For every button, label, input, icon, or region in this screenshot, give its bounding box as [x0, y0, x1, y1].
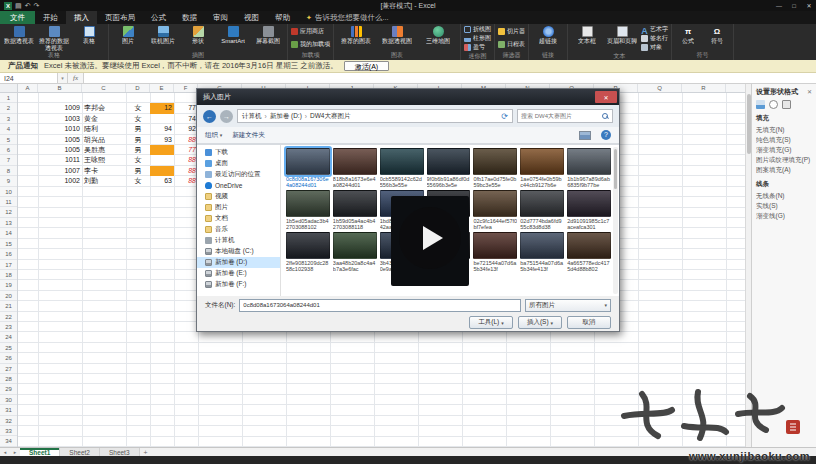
image-thumbnail[interactable]: 0c8d08a167306e4a08244d01	[286, 148, 330, 188]
row-header[interactable]: 33	[0, 426, 17, 436]
cell-id[interactable]: 1007	[38, 166, 82, 176]
column-header[interactable]: F	[174, 84, 198, 92]
cell-name[interactable]: 胡兴品	[82, 135, 126, 145]
cell-gender[interactable]: 男	[126, 145, 150, 155]
cell-gender[interactable]: 男	[126, 166, 150, 176]
row-header[interactable]: 34	[0, 436, 17, 446]
video-play-button[interactable]	[399, 207, 461, 269]
breadcrumb-item[interactable]: 新加卷 (D:)	[270, 112, 302, 121]
row-header[interactable]: 4	[0, 124, 17, 134]
row-header[interactable]: 23	[0, 322, 17, 332]
timeline-button[interactable]: 日程表	[497, 40, 526, 49]
cell-name[interactable]: 李卡	[82, 166, 126, 176]
view-mode-icon[interactable]	[579, 131, 591, 140]
tree-item[interactable]: 本地磁盘 (C:)	[197, 246, 280, 257]
column-header[interactable]: Q	[638, 84, 682, 92]
header-footer-button[interactable]: 页眉和页脚	[605, 25, 639, 52]
image-thumbnail[interactable]: ba751544a07d6a5b34fe413f	[520, 232, 564, 272]
activate-button[interactable]: 激活(A)	[344, 61, 389, 71]
tree-item[interactable]: 新加卷 (D:)	[197, 257, 280, 268]
row-header[interactable]: 9	[0, 176, 17, 186]
thumbnail-image[interactable]	[333, 190, 377, 217]
row-header[interactable]: 13	[0, 218, 17, 228]
cell-score1[interactable]: 12	[150, 103, 174, 113]
cell-name[interactable]: 黄金	[82, 114, 126, 124]
breadcrumb-item[interactable]: 计算机	[242, 112, 262, 121]
object-button[interactable]: 对象	[640, 43, 669, 52]
symbol-button[interactable]: Ω符号	[703, 25, 731, 51]
image-thumbnail[interactable]: 818b8a1673e6e4a08244d01	[333, 148, 377, 188]
cell[interactable]	[18, 176, 38, 186]
store-button[interactable]: 应用商店	[290, 27, 331, 36]
column-header[interactable]: E	[150, 84, 174, 92]
row-header[interactable]: 11	[0, 197, 17, 207]
cell-id[interactable]: 1003	[38, 114, 82, 124]
recommended-pivot-button[interactable]: 推荐的数据透视表	[37, 25, 71, 51]
row-header[interactable]: 7	[0, 155, 17, 165]
thumbnail-image[interactable]	[520, 190, 564, 217]
row-header[interactable]: 14	[0, 228, 17, 238]
cell-name[interactable]: 吴胜惠	[82, 145, 126, 155]
back-icon[interactable]: ←	[203, 110, 216, 123]
cell-id[interactable]: 1011	[38, 155, 82, 165]
image-thumbnail[interactable]: 1ae0754fe0b59bc44cb9127b6e	[520, 148, 564, 188]
name-box[interactable]: I24	[0, 73, 58, 83]
pane-close-icon[interactable]: ✕	[807, 88, 812, 95]
ribbon-tab[interactable]: 开始	[35, 11, 66, 24]
row-header[interactable]: 19	[0, 280, 17, 290]
thumbnail-image[interactable]	[333, 232, 377, 259]
row-header[interactable]: 20	[0, 291, 17, 301]
cell-score2[interactable]: 77	[174, 103, 198, 113]
cell-gender[interactable]: 女	[126, 114, 150, 124]
tab-file[interactable]: 文件	[0, 11, 35, 24]
cell-score1[interactable]	[150, 145, 174, 155]
row-header[interactable]: 28	[0, 374, 17, 384]
image-thumbnail[interactable]: 02d7774bda6fd955c83d8d38	[520, 190, 564, 230]
help-icon[interactable]: ?	[601, 130, 611, 140]
textbox-button[interactable]: 文本框	[570, 25, 604, 52]
row-header[interactable]: 17	[0, 260, 17, 270]
column-header[interactable]: C	[82, 84, 126, 92]
row-header[interactable]: 3	[0, 114, 17, 124]
row-header[interactable]: 6	[0, 145, 17, 155]
tree-item[interactable]: 最近访问的位置	[197, 169, 280, 180]
column-header[interactable]: S	[726, 84, 745, 92]
tree-item[interactable]: OneDrive	[197, 180, 280, 191]
image-thumbnail[interactable]: 1b1b967a89d6ab6835f9b77be	[567, 148, 611, 188]
fill-option[interactable]: 图片或纹理填充(P)	[756, 155, 812, 165]
tree-item[interactable]: 新加卷 (E:)	[197, 268, 280, 279]
forward-icon[interactable]: →	[220, 110, 233, 123]
effects-icon[interactable]	[769, 100, 778, 109]
cell-score1[interactable]	[150, 166, 174, 176]
line-sparkline-button[interactable]: 折线图	[463, 25, 492, 34]
fill-bucket-icon[interactable]	[756, 100, 765, 109]
column-header[interactable]: R	[682, 84, 726, 92]
row-header[interactable]: 31	[0, 405, 17, 415]
signature-line-button[interactable]: 签名行	[640, 34, 669, 43]
dialog-title-bar[interactable]: 插入图片 ✕	[197, 89, 619, 105]
row-header[interactable]: 21	[0, 301, 17, 311]
refresh-icon[interactable]: ⟳	[501, 112, 508, 121]
hyperlink-button[interactable]: 超链接	[531, 25, 565, 51]
image-thumbnail[interactable]: 1b59d05a4ac4b42703088118	[333, 190, 377, 230]
line-option[interactable]: 无线条(N)	[756, 191, 812, 201]
cell-gender[interactable]: 男	[126, 124, 150, 134]
winloss-sparkline-button[interactable]: 盈亏	[463, 43, 492, 52]
tree-item[interactable]: 文档	[197, 213, 280, 224]
file-type-select[interactable]: 所有图片 ▾	[525, 299, 611, 312]
thumbnail-image[interactable]	[333, 148, 377, 175]
cell-score2[interactable]: 74	[174, 114, 198, 124]
tree-item[interactable]: 图片	[197, 202, 280, 213]
thumbnail-image[interactable]	[473, 148, 517, 175]
size-properties-icon[interactable]	[782, 100, 791, 109]
online-picture-button[interactable]: 联机图片	[146, 25, 180, 51]
formula-input[interactable]	[84, 73, 816, 83]
tree-item[interactable]: 新加卷 (F:)	[197, 279, 280, 290]
thumbnail-image[interactable]	[567, 190, 611, 217]
sheet-nav-left-icon[interactable]: ◂	[0, 448, 10, 456]
cell-id[interactable]: 1009	[38, 103, 82, 113]
equation-button[interactable]: π公式	[674, 25, 702, 51]
name-box-dropdown-icon[interactable]: ▾	[58, 73, 68, 83]
fx-icon[interactable]: fx	[68, 73, 84, 83]
column-sparkline-button[interactable]: 柱形图	[463, 34, 492, 43]
